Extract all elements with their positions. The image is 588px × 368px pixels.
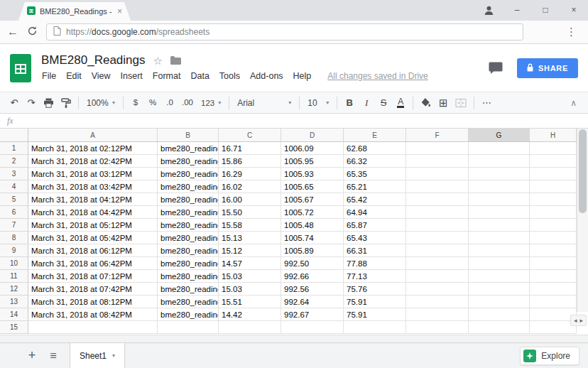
- cell-B9[interactable]: bme280_reading: [158, 244, 219, 257]
- cell-G4[interactable]: [469, 180, 530, 193]
- cell-F5[interactable]: [406, 193, 469, 206]
- cell-B4[interactable]: bme280_reading: [158, 180, 219, 193]
- cell-A8[interactable]: March 31, 2018 at 05:42PM: [28, 232, 158, 244]
- cell-D4[interactable]: 1005.65: [281, 180, 344, 193]
- row-header-1[interactable]: 1: [0, 142, 28, 155]
- cell-E14[interactable]: 75.91: [344, 308, 406, 321]
- more-toolbar-icon[interactable]: ⋯: [478, 94, 495, 112]
- cell-G13[interactable]: [469, 296, 530, 308]
- profile-icon[interactable]: [474, 5, 503, 16]
- cell-F12[interactable]: [406, 283, 469, 296]
- cell-G9[interactable]: [469, 244, 530, 257]
- cell-D14[interactable]: 992.67: [281, 308, 344, 321]
- cell-C14[interactable]: 14.42: [219, 308, 281, 321]
- comments-icon[interactable]: [489, 62, 503, 75]
- font-select[interactable]: Arial ▾: [233, 94, 295, 112]
- cell-D9[interactable]: 1005.89: [281, 244, 344, 257]
- cell-F4[interactable]: [406, 180, 469, 193]
- cell-G6[interactable]: [469, 206, 530, 219]
- column-header-F[interactable]: F: [406, 129, 469, 142]
- cell-C13[interactable]: 15.51: [219, 296, 281, 308]
- cell-C9[interactable]: 15.12: [219, 244, 281, 257]
- cell-F14[interactable]: [406, 308, 469, 321]
- cell-E1[interactable]: 62.68: [344, 142, 406, 155]
- cell-G2[interactable]: [469, 155, 530, 168]
- cell-F9[interactable]: [406, 244, 469, 257]
- bold-button[interactable]: B: [341, 94, 358, 112]
- column-header-A[interactable]: A: [28, 129, 158, 142]
- cell-H4[interactable]: [530, 180, 577, 193]
- cell-D15[interactable]: [281, 321, 344, 334]
- row-header-9[interactable]: 9: [0, 244, 28, 257]
- cell-B12[interactable]: bme280_reading: [158, 283, 219, 296]
- cell-F11[interactable]: [406, 270, 469, 283]
- menu-tools[interactable]: Tools: [214, 70, 245, 82]
- cell-H5[interactable]: [530, 193, 577, 206]
- cell-F13[interactable]: [406, 296, 469, 308]
- row-header-6[interactable]: 6: [0, 206, 28, 219]
- font-size-select[interactable]: 10 ▾: [303, 94, 333, 112]
- cell-H1[interactable]: [530, 142, 577, 155]
- cell-A11[interactable]: March 31, 2018 at 07:12PM: [28, 270, 158, 283]
- cell-C4[interactable]: 16.02: [219, 180, 281, 193]
- cell-C3[interactable]: 16.29: [219, 168, 281, 180]
- cell-A1[interactable]: March 31, 2018 at 02:12PM: [28, 142, 158, 155]
- cell-E2[interactable]: 66.32: [344, 155, 406, 168]
- cell-B10[interactable]: bme280_reading: [158, 257, 219, 270]
- format-currency-button[interactable]: $: [127, 94, 144, 112]
- cell-E11[interactable]: 77.13: [344, 270, 406, 283]
- sheets-logo-icon[interactable]: [10, 54, 31, 82]
- collapse-toolbar-icon[interactable]: ∧: [565, 98, 582, 108]
- cell-A13[interactable]: March 31, 2018 at 08:12PM: [28, 296, 158, 308]
- cell-E7[interactable]: 65.87: [344, 219, 406, 232]
- cell-C10[interactable]: 14.57: [219, 257, 281, 270]
- cell-G11[interactable]: [469, 270, 530, 283]
- menu-format[interactable]: Format: [148, 70, 186, 82]
- cell-H9[interactable]: [530, 244, 577, 257]
- menu-data[interactable]: Data: [185, 70, 214, 82]
- vertical-scrollbar[interactable]: [577, 129, 588, 312]
- horizontal-scrollbar[interactable]: [0, 335, 588, 342]
- cell-D3[interactable]: 1005.93: [281, 168, 344, 180]
- cell-F2[interactable]: [406, 155, 469, 168]
- cell-B8[interactable]: bme280_reading: [158, 232, 219, 244]
- cell-A6[interactable]: March 31, 2018 at 04:42PM: [28, 206, 158, 219]
- folder-icon[interactable]: [170, 56, 181, 65]
- cell-C6[interactable]: 15.50: [219, 206, 281, 219]
- cell-E4[interactable]: 65.21: [344, 180, 406, 193]
- cell-B14[interactable]: bme280_reading: [158, 308, 219, 321]
- number-format-select[interactable]: 123 ▾: [197, 94, 225, 112]
- cell-D1[interactable]: 1006.09: [281, 142, 344, 155]
- strikethrough-button[interactable]: S: [375, 94, 392, 112]
- menu-file[interactable]: File: [37, 70, 61, 82]
- scroll-left-icon[interactable]: ◂: [574, 317, 577, 324]
- cell-F10[interactable]: [406, 257, 469, 270]
- column-header-G[interactable]: G: [469, 129, 530, 142]
- cell-G15[interactable]: [469, 321, 530, 334]
- row-header-12[interactable]: 12: [0, 283, 28, 296]
- cell-H10[interactable]: [530, 257, 577, 270]
- cell-E6[interactable]: 64.94: [344, 206, 406, 219]
- cell-B6[interactable]: bme280_reading: [158, 206, 219, 219]
- close-button[interactable]: ×: [560, 0, 588, 21]
- browser-tab[interactable]: BME280_Readings - Goo ×: [18, 2, 131, 21]
- row-header-11[interactable]: 11: [0, 270, 28, 283]
- cell-G7[interactable]: [469, 219, 530, 232]
- cell-G14[interactable]: [469, 308, 530, 321]
- cell-D8[interactable]: 1005.74: [281, 232, 344, 244]
- cell-D2[interactable]: 1005.95: [281, 155, 344, 168]
- cell-D7[interactable]: 1005.48: [281, 219, 344, 232]
- cell-B2[interactable]: bme280_reading: [158, 155, 219, 168]
- sheet-tab-sheet1[interactable]: Sheet1 ▾: [70, 343, 125, 368]
- cell-G3[interactable]: [469, 168, 530, 180]
- cell-H12[interactable]: [530, 283, 577, 296]
- row-header-15[interactable]: 15: [0, 321, 28, 334]
- cell-B13[interactable]: bme280_reading: [158, 296, 219, 308]
- undo-icon[interactable]: ↶: [6, 94, 23, 112]
- cell-D5[interactable]: 1005.67: [281, 193, 344, 206]
- cell-A3[interactable]: March 31, 2018 at 03:12PM: [28, 168, 158, 180]
- cell-B5[interactable]: bme280_reading: [158, 193, 219, 206]
- save-status[interactable]: All changes saved in Drive: [327, 71, 428, 81]
- cell-D11[interactable]: 992.66: [281, 270, 344, 283]
- menu-insert[interactable]: Insert: [116, 70, 148, 82]
